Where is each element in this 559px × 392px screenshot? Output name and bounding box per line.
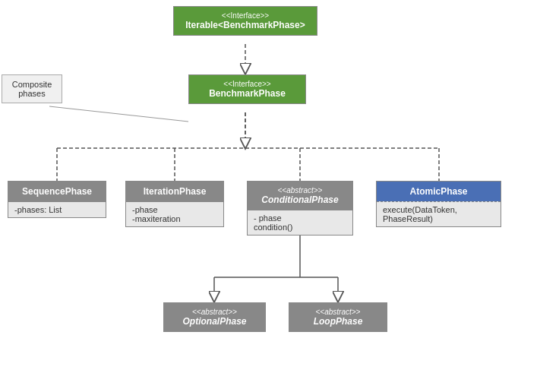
optionalphase-box: <<abstract>> OptionalPhase (163, 302, 266, 332)
loopphase-box: <<abstract>> LoopPhase (289, 302, 387, 332)
svg-line-13 (49, 106, 188, 122)
conditionalphase-name: ConditionalPhase (255, 194, 345, 205)
atomicphase-name: AtomicPhase (384, 186, 493, 197)
iterationphase-name: IterationPhase (134, 186, 216, 197)
iterable-title: <<Interface>> Iterable<BenchmarkPhase> (174, 7, 317, 35)
iterationphase-title: IterationPhase (126, 182, 223, 201)
iterable-box: <<Interface>> Iterable<BenchmarkPhase> (173, 6, 317, 36)
benchmarkphase-title: <<Interface>> BenchmarkPhase (189, 75, 305, 103)
optionalphase-name: OptionalPhase (172, 316, 257, 327)
atomicphase-body: execute(DataToken, PhaseResult) (377, 201, 501, 226)
benchmarkphase-box: <<Interface>> BenchmarkPhase (188, 74, 306, 104)
optionalphase-subtitle: <<abstract>> (172, 308, 257, 316)
iterable-name: Iterable<BenchmarkPhase> (182, 20, 309, 30)
callout-label: Composite phases (12, 80, 52, 98)
optionalphase-title: <<abstract>> OptionalPhase (164, 303, 265, 331)
benchmarkphase-name: BenchmarkPhase (197, 88, 298, 99)
iterable-subtitle: <<Interface>> (182, 11, 309, 20)
benchmarkphase-subtitle: <<Interface>> (197, 80, 298, 88)
loopphase-name: LoopPhase (297, 316, 379, 327)
iterationphase-body: -phase-maxiteration (126, 201, 223, 226)
atomicphase-title: AtomicPhase (377, 182, 501, 201)
loopphase-title: <<abstract>> LoopPhase (289, 303, 387, 331)
diagram-container: Composite phases <<Interface>> Iterable<… (0, 0, 559, 392)
conditionalphase-body: - phasecondition() (248, 210, 352, 235)
conditionalphase-title: <<abstract>> ConditionalPhase (248, 182, 352, 210)
atomicphase-box: AtomicPhase execute(DataToken, PhaseResu… (376, 181, 501, 227)
loopphase-subtitle: <<abstract>> (297, 308, 379, 316)
iterationphase-box: IterationPhase -phase-maxiteration (125, 181, 224, 227)
callout-box: Composite phases (2, 74, 62, 103)
sequencephase-name: SequencePhase (16, 186, 98, 197)
sequencephase-box: SequencePhase -phases: List (8, 181, 106, 218)
conditionalphase-subtitle: <<abstract>> (255, 186, 345, 194)
conditionalphase-box: <<abstract>> ConditionalPhase - phasecon… (247, 181, 353, 236)
sequencephase-body: -phases: List (8, 201, 106, 217)
sequencephase-title: SequencePhase (8, 182, 106, 201)
